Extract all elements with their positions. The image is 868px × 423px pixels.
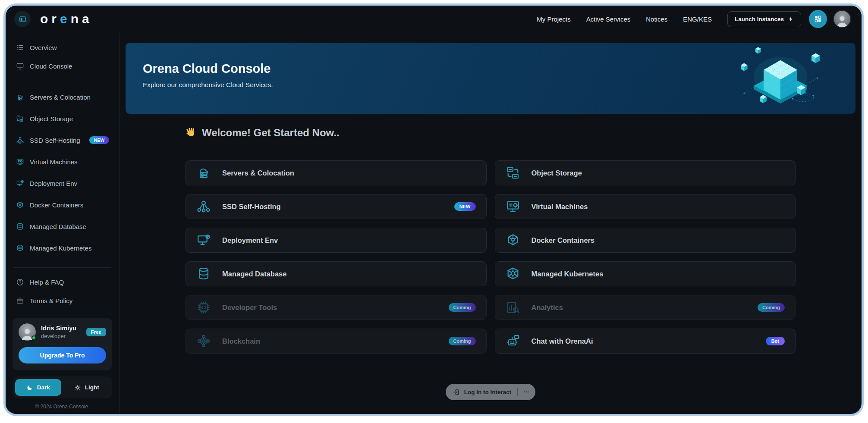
service-card-blockchain[interactable]: BlockchainComing <box>186 329 487 354</box>
new-badge: NEW <box>89 136 110 144</box>
sidebar-item-label: SSD Self-Hosting <box>30 137 80 144</box>
card-title: Deployment Env <box>222 236 278 244</box>
ellipsis-icon <box>523 389 530 395</box>
database-icon <box>196 266 211 281</box>
nav-item-my-projects[interactable]: My Projects <box>537 16 570 23</box>
sidebar-item-label: Virtual Machines <box>30 158 78 166</box>
sidebar-item-docker-containers[interactable]: Docker Containers <box>13 194 112 216</box>
sidebar-item-label: Terms & Policy <box>30 297 72 304</box>
user-role: developer <box>41 333 81 339</box>
docker-icon <box>16 201 24 209</box>
service-card-managed-kubernetes[interactable]: Managed Kubernetes <box>495 261 796 286</box>
service-card-servers-colocation[interactable]: Servers & Colocation <box>186 160 487 185</box>
grid-icon <box>814 15 822 23</box>
theme-light-label: Light <box>85 384 99 391</box>
nav-item-eng-kes[interactable]: ENG/KES <box>683 16 712 23</box>
sidebar-item-label: Cloud Console <box>30 63 72 70</box>
hosting-icon <box>196 199 211 214</box>
card-title: SSD Self-Hosting <box>222 203 281 211</box>
more-options-button[interactable] <box>519 385 533 399</box>
sidebar-item-ssd-self-hosting[interactable]: SSD Self-HostingNEW <box>13 129 112 151</box>
sidebar: OverviewCloud Console Servers & Colocati… <box>6 32 120 414</box>
brand-logo[interactable]: orena <box>40 12 93 26</box>
theme-dark-label: Dark <box>37 384 50 391</box>
service-card-ssd-self-hosting[interactable]: SSD Self-HostingNEW <box>186 194 487 219</box>
sidebar-item-managed-database[interactable]: Managed Database <box>13 216 112 237</box>
analytics-icon <box>506 300 520 315</box>
vm-icon <box>506 199 520 214</box>
login-icon <box>453 389 460 396</box>
sidebar-services-nav: Servers & ColocationObject StorageSSD Se… <box>13 86 112 259</box>
sidebar-item-servers-colocation[interactable]: Servers & Colocation <box>13 86 112 108</box>
monitor-icon <box>16 62 24 70</box>
sidebar-item-object-storage[interactable]: Object Storage <box>13 108 112 129</box>
card-title: Chat with OrenaAi <box>531 337 593 345</box>
kubernetes-icon <box>16 244 24 252</box>
sidebar-general-nav: OverviewCloud Console <box>13 38 112 75</box>
card-title: Blockchain <box>222 337 260 345</box>
service-card-virtual-machines[interactable]: Virtual Machines <box>495 194 796 219</box>
card-title: Object Storage <box>531 169 582 177</box>
service-card-managed-database[interactable]: Managed Database <box>186 261 487 286</box>
deploy-icon <box>16 179 24 188</box>
nav-item-active-services[interactable]: Active Services <box>586 16 631 23</box>
main-content: Orena Cloud Console Explore our comprehe… <box>120 32 862 414</box>
sidebar-toggle-button[interactable] <box>14 11 31 27</box>
service-card-docker-containers[interactable]: Docker Containers <box>495 228 796 253</box>
sidebar-footer-nav: Help & FAQTerms & Policy <box>13 273 112 310</box>
sidebar-divider <box>13 81 111 81</box>
service-card-object-storage[interactable]: Object Storage <box>495 160 796 185</box>
service-card-developer-tools[interactable]: Developer ToolsComing <box>186 295 487 320</box>
server-icon <box>16 93 24 101</box>
service-card-deployment-env[interactable]: Deployment Env <box>186 228 487 253</box>
launch-instances-button[interactable]: Launch Instances <box>727 11 801 27</box>
theme-light-button[interactable]: Light <box>64 379 110 396</box>
list-icon <box>16 44 24 52</box>
sidebar-divider <box>13 267 111 268</box>
card-title: Managed Kubernetes <box>531 270 604 278</box>
login-to-interact-button[interactable]: Log in to interact <box>446 384 536 400</box>
nav-item-notices[interactable]: Notices <box>646 16 667 23</box>
service-card-chat-with-orenaai[interactable]: Chat with OrenaAiBot <box>495 329 796 354</box>
plan-badge: Free <box>86 328 106 336</box>
theme-dark-button[interactable]: Dark <box>15 379 61 396</box>
topbar-nav: My ProjectsActive ServicesNoticesENG/KES <box>537 16 712 23</box>
sidebar-item-terms-policy[interactable]: Terms & Policy <box>13 291 112 310</box>
copyright-text: © 2024 Orena Console. <box>13 404 112 410</box>
new-badge: NEW <box>454 202 476 211</box>
user-name: Idris Simiyu <box>41 325 81 332</box>
sidebar-item-label: Docker Containers <box>30 201 83 209</box>
sidebar-item-managed-kubernetes[interactable]: Managed Kubernetes <box>13 237 112 259</box>
server-icon <box>196 166 211 180</box>
service-card-analytics[interactable]: AnalyticsComing <box>495 295 796 320</box>
hosting-icon <box>16 136 24 144</box>
isometric-cubes-illustration <box>733 44 828 113</box>
sidebar-item-help-faq[interactable]: Help & FAQ <box>13 273 112 291</box>
user-avatar[interactable] <box>833 10 851 28</box>
login-label: Log in to interact <box>464 389 512 395</box>
panel-icon <box>19 15 27 23</box>
sidebar-item-overview[interactable]: Overview <box>13 38 112 57</box>
sidebar-user-avatar <box>19 323 36 341</box>
moon-icon <box>26 384 33 391</box>
storage-icon <box>506 166 520 180</box>
sidebar-item-cloud-console[interactable]: Cloud Console <box>13 57 112 75</box>
sidebar-item-label: Servers & Colocation <box>30 94 91 101</box>
terms-icon <box>16 297 24 305</box>
sun-icon <box>74 384 81 391</box>
kubernetes-icon <box>506 266 520 281</box>
topbar: orena My ProjectsActive ServicesNoticesE… <box>6 6 862 32</box>
sidebar-item-label: Help & FAQ <box>30 279 64 286</box>
sidebar-item-label: Managed Kubernetes <box>30 244 91 252</box>
coming-badge: Coming <box>758 303 785 312</box>
logo-text: na <box>71 12 93 26</box>
upgrade-to-pro-button[interactable]: Upgrade To Pro <box>19 347 106 363</box>
logo-accent: e <box>60 12 71 26</box>
apps-grid-button[interactable] <box>809 10 827 28</box>
app-window: orena My ProjectsActive ServicesNoticesE… <box>3 3 864 416</box>
sidebar-item-label: Overview <box>30 44 57 51</box>
sidebar-item-virtual-machines[interactable]: Virtual Machines <box>13 151 112 172</box>
sidebar-item-deployment-env[interactable]: Deployment Env <box>13 172 112 194</box>
vm-icon <box>16 158 24 166</box>
bot-badge: Bot <box>766 337 785 345</box>
